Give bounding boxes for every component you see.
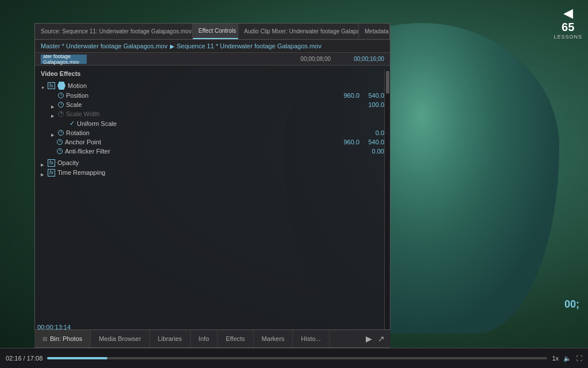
- tab-libraries[interactable]: Libraries: [150, 330, 191, 347]
- lessons-icon: ◀: [563, 6, 573, 21]
- main-area: ◀ 65 LESSONS Source: Sequence 11: Underw…: [0, 0, 588, 368]
- premiere-panel: Source: Sequence 11: Underwater footage …: [34, 23, 390, 345]
- time-marker-2: 00;00;16;00: [354, 56, 384, 62]
- breadcrumb-bar: Master * Underwater footage Galapagos.mo…: [35, 40, 390, 53]
- rotation-values: 0.0: [364, 129, 384, 136]
- anchor-y[interactable]: 540.0: [364, 139, 384, 145]
- tab-audio-clip-mixer[interactable]: Audio Clip Mixer: Underwater footage Gal…: [238, 24, 359, 39]
- anti-flicker-values: 0.00: [364, 148, 384, 155]
- anti-flicker-row[interactable]: Anti-flicker Filter 0.00: [41, 147, 384, 156]
- position-values: 960.0 540.0: [339, 92, 384, 99]
- motion-shape-icon: [57, 82, 65, 90]
- speed-label[interactable]: 1x: [552, 355, 559, 362]
- scale-clock-icon[interactable]: [58, 102, 64, 108]
- anchor-point-label: Anchor Point: [65, 139, 339, 145]
- position-y[interactable]: 540.0: [364, 92, 384, 99]
- opacity-label: Opacity: [57, 159, 384, 166]
- time-marker-1: 00;00;08;00: [300, 56, 331, 62]
- motion-triangle[interactable]: [41, 83, 45, 88]
- bin-icon: ▤: [42, 336, 48, 342]
- fx-badge-motion: fx: [48, 82, 55, 90]
- breadcrumb-arrow: ▶: [170, 43, 175, 49]
- scale-value[interactable]: 100.0: [364, 101, 384, 108]
- progress-bar[interactable]: [47, 357, 547, 359]
- tab-metadata[interactable]: Metadata: [359, 24, 390, 39]
- scrollbar-thumb[interactable]: [386, 71, 389, 94]
- scale-width-clock-icon[interactable]: [58, 111, 64, 117]
- position-label: Position: [66, 92, 339, 99]
- scale-width-row[interactable]: Scale Width: [41, 109, 384, 118]
- lessons-number: 65: [562, 21, 574, 34]
- bottom-tabs: ▤ Bin: Photos Media Browser Libraries In…: [34, 329, 390, 348]
- anti-flicker-value[interactable]: 0.00: [364, 148, 384, 155]
- lower-right-time: 00;: [564, 298, 579, 310]
- rotation-clock-icon[interactable]: [58, 130, 64, 136]
- fx-badge-time-remapping: fx: [48, 169, 55, 177]
- scale-row[interactable]: Scale 100.0: [41, 100, 384, 109]
- opacity-triangle[interactable]: [41, 160, 45, 165]
- rotation-value[interactable]: 0.0: [364, 129, 384, 136]
- anti-flicker-label: Anti-flicker Filter: [65, 148, 364, 155]
- time-remapping-label: Time Remapping: [57, 169, 384, 176]
- anchor-point-values: 960.0 540.0: [339, 139, 384, 145]
- scale-values: 100.0: [364, 101, 384, 108]
- tab-bar: Source: Sequence 11: Underwater footage …: [35, 24, 390, 40]
- timeline-ruler: ater footage Galapagos.mov 00;00;08;00 0…: [35, 53, 390, 66]
- breadcrumb-master[interactable]: Master * Underwater footage Galapagos.mo…: [41, 43, 168, 49]
- effects-content: Video Effects fx Motion Position 960.0 5…: [35, 66, 390, 182]
- tab-bin-photos[interactable]: ▤ Bin: Photos: [34, 330, 91, 347]
- anti-flicker-clock-icon[interactable]: [57, 148, 63, 154]
- tab-history[interactable]: Histo...: [293, 330, 329, 347]
- rotation-row[interactable]: Rotation 0.0: [41, 128, 384, 137]
- anchor-point-row[interactable]: Anchor Point 960.0 540.0: [41, 137, 384, 147]
- lessons-label: LESSONS: [554, 34, 582, 40]
- scale-width-triangle[interactable]: [51, 112, 56, 116]
- motion-label: Motion: [68, 82, 384, 89]
- scale-width-label: Scale Width: [66, 110, 384, 117]
- right-controls: 1x 🔈 ⛶: [552, 355, 582, 362]
- time-remapping-row[interactable]: fx Time Remapping: [41, 168, 384, 178]
- position-clock-icon[interactable]: [58, 93, 64, 98]
- uniform-scale-row[interactable]: ✓ Uniform Scale: [69, 118, 384, 128]
- anchor-x[interactable]: 960.0: [339, 139, 359, 145]
- tab-effect-controls[interactable]: Effect Controls ≡: [193, 24, 239, 39]
- panel-scrollbar[interactable]: [384, 70, 390, 334]
- time-remapping-triangle[interactable]: [41, 170, 45, 175]
- tab-info[interactable]: Info: [191, 330, 218, 347]
- export-icon[interactable]: ↗: [378, 334, 385, 343]
- position-row[interactable]: Position 960.0 540.0: [41, 91, 384, 100]
- volume-icon[interactable]: 🔈: [563, 355, 571, 362]
- breadcrumb-sequence[interactable]: Sequence 11 * Underwater footage Galapag…: [177, 43, 322, 49]
- motion-row[interactable]: fx Motion: [41, 80, 384, 91]
- scale-triangle[interactable]: [51, 102, 56, 107]
- progress-fill: [47, 357, 107, 359]
- fullscreen-icon[interactable]: ⛶: [576, 355, 582, 362]
- video-effects-header: Video Effects: [41, 70, 384, 77]
- playback-bar: 02:16 / 17:08 1x 🔈 ⛶: [0, 348, 588, 368]
- uniform-scale-check[interactable]: ✓: [69, 120, 75, 127]
- scale-label: Scale: [66, 101, 364, 108]
- opacity-row[interactable]: fx Opacity: [41, 158, 384, 168]
- anchor-clock-icon[interactable]: [57, 139, 63, 145]
- tab-markers[interactable]: Markers: [254, 330, 293, 347]
- position-x[interactable]: 960.0: [339, 92, 359, 99]
- rotation-label: Rotation: [66, 129, 364, 136]
- tab-effects[interactable]: Effects: [218, 330, 253, 347]
- clip-label: ater footage Galapagos.mov: [43, 53, 84, 65]
- current-time: 02:16 / 17:08: [6, 355, 42, 362]
- lessons-counter: ◀ 65 LESSONS: [554, 6, 582, 40]
- rotation-triangle[interactable]: [51, 131, 56, 135]
- play-icon[interactable]: ▶: [366, 334, 372, 343]
- tab-source[interactable]: Source: Sequence 11: Underwater footage …: [35, 24, 193, 39]
- tab-media-browser[interactable]: Media Browser: [91, 330, 149, 347]
- fx-badge-opacity: fx: [48, 159, 55, 167]
- uniform-scale-label: Uniform Scale: [77, 120, 384, 127]
